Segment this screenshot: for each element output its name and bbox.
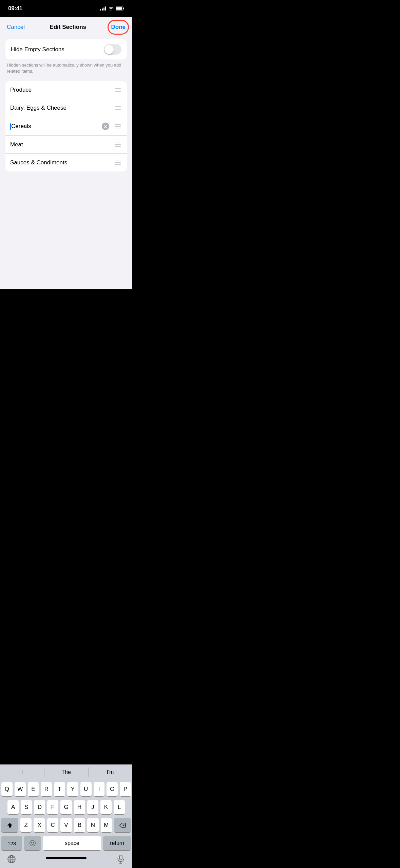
done-button-wrapper: Done <box>111 22 126 32</box>
svg-rect-2 <box>116 7 122 10</box>
clear-cereals-button[interactable] <box>102 123 109 130</box>
wifi-icon <box>108 6 114 11</box>
hide-empty-toggle[interactable] <box>104 44 121 55</box>
page-title: Edit Sections <box>50 24 86 31</box>
done-button[interactable]: Done <box>111 22 126 32</box>
text-cursor <box>10 123 11 130</box>
sections-list: Produce Dairy, Eggs & Cheese Cereals Mea… <box>5 81 127 171</box>
section-name-meat: Meat <box>10 141 113 148</box>
section-name-dairy: Dairy, Eggs & Cheese <box>10 105 113 111</box>
drag-handle-produce[interactable] <box>113 87 122 93</box>
drag-handle-cereals[interactable] <box>113 123 122 130</box>
nav-bar: Cancel Edit Sections Done <box>0 17 132 35</box>
status-time: 09:41 <box>8 5 22 12</box>
drag-handle-meat[interactable] <box>113 141 122 148</box>
hide-empty-sections-label: Hide Empty Sections <box>11 46 64 53</box>
status-icons <box>100 6 124 11</box>
cancel-button[interactable]: Cancel <box>7 24 25 31</box>
toggle-hint: Hidden sections will be automatically sh… <box>7 62 126 74</box>
main-sheet: Cancel Edit Sections Done Hide Empty Sec… <box>0 17 132 289</box>
section-row-produce[interactable]: Produce <box>5 81 127 99</box>
svg-rect-1 <box>123 8 124 10</box>
section-name-sauces: Sauces & Condiments <box>10 159 113 166</box>
drag-handle-sauces[interactable] <box>113 159 122 166</box>
toggle-thumb <box>104 45 114 54</box>
status-bar: 09:41 <box>0 0 132 17</box>
section-row-dairy[interactable]: Dairy, Eggs & Cheese <box>5 99 127 117</box>
drag-handle-dairy[interactable] <box>113 105 122 111</box>
section-name-cereals: Cereals <box>10 123 102 130</box>
section-row-sauces[interactable]: Sauces & Condiments <box>5 154 127 171</box>
battery-icon <box>116 6 124 11</box>
section-name-produce: Produce <box>10 87 113 93</box>
section-row-meat[interactable]: Meat <box>5 136 127 154</box>
signal-icon <box>100 6 106 11</box>
section-row-cereals[interactable]: Cereals <box>5 117 127 136</box>
hide-empty-sections-row[interactable]: Hide Empty Sections <box>5 39 127 59</box>
